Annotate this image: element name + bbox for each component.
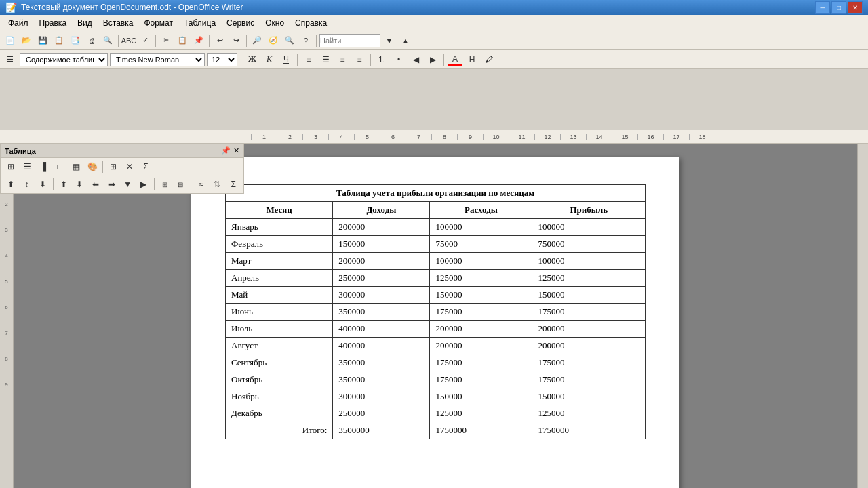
num-cell-0-2[interactable]: 100000 (430, 219, 532, 236)
month-cell-7[interactable]: Август (226, 338, 333, 354)
num-cell-6-2[interactable]: 200000 (430, 321, 532, 338)
maximize-button[interactable]: □ (831, 1, 846, 14)
num-cell-3-3[interactable]: 125000 (532, 270, 646, 287)
month-cell-4[interactable]: Май (226, 287, 333, 304)
num-cell-5-2[interactable]: 175000 (430, 304, 532, 321)
menu-edit[interactable]: Правка (34, 17, 73, 29)
align-center-button[interactable]: ☰ (318, 53, 333, 66)
num-cell-6-3[interactable]: 200000 (532, 321, 646, 338)
month-cell-0[interactable]: Январь (226, 219, 333, 236)
total-cell-2[interactable]: 1750000 (532, 422, 646, 439)
num-cell-9-2[interactable]: 175000 (430, 371, 532, 388)
num-cell-8-1[interactable]: 350000 (333, 354, 430, 371)
numbered-list-button[interactable]: 1. (374, 53, 389, 66)
month-cell-1[interactable]: Февраль (226, 236, 333, 253)
total-cell-1[interactable]: 1750000 (430, 422, 532, 439)
menu-table[interactable]: Таблица (178, 17, 221, 29)
num-cell-9-3[interactable]: 175000 (532, 371, 646, 388)
highlight-button[interactable]: H (465, 53, 479, 66)
copy-button[interactable]: 📋 (175, 33, 190, 48)
insert-rows-above-button[interactable]: ⬆ (56, 178, 71, 191)
border-style-button[interactable]: ▦ (68, 160, 83, 174)
month-cell-3[interactable]: Апрель (226, 270, 333, 287)
num-cell-5-1[interactable]: 350000 (333, 304, 430, 321)
month-cell-9[interactable]: Октябрь (226, 371, 333, 388)
num-cell-11-1[interactable]: 250000 (333, 405, 430, 422)
char-bg-button[interactable]: 🖍 (481, 53, 496, 66)
open-button[interactable]: 📂 (19, 33, 34, 48)
zoom-button[interactable]: 🔍 (282, 33, 297, 48)
num-cell-3-1[interactable]: 250000 (333, 270, 430, 287)
cut-button[interactable]: ✂ (159, 33, 174, 48)
bold-button[interactable]: Ж (245, 53, 260, 66)
num-cell-8-3[interactable]: 175000 (532, 354, 646, 371)
align-left-button[interactable]: ≡ (301, 53, 316, 66)
menu-window[interactable]: Окно (260, 17, 290, 29)
num-cell-4-3[interactable]: 150000 (532, 287, 646, 304)
style-dropdown[interactable]: Содержимое таблице (20, 53, 108, 66)
num-cell-8-2[interactable]: 175000 (430, 354, 532, 371)
panel-close-button[interactable]: ✕ (233, 146, 239, 155)
underline-button[interactable]: Ч (279, 53, 294, 66)
num-cell-2-3[interactable]: 100000 (532, 253, 646, 270)
num-cell-3-2[interactable]: 125000 (430, 270, 532, 287)
month-cell-5[interactable]: Июнь (226, 304, 333, 321)
num-cell-7-3[interactable]: 200000 (532, 338, 646, 354)
month-cell-11[interactable]: Декабрь (226, 405, 333, 422)
paste-button[interactable]: 📌 (191, 33, 206, 48)
align-right-button[interactable]: ≡ (335, 53, 350, 66)
redo-button[interactable]: ↪ (229, 33, 243, 48)
print-button[interactable]: 🖨 (84, 33, 99, 48)
num-cell-11-3[interactable]: 125000 (532, 405, 646, 422)
table-props-button[interactable]: ⊞ (3, 160, 18, 174)
num-cell-4-2[interactable]: 150000 (430, 287, 532, 304)
size-dropdown[interactable]: 12 (207, 53, 237, 66)
document-area[interactable]: Таблица учета прибыли организации по мес… (14, 144, 857, 488)
num-cell-0-1[interactable]: 200000 (333, 219, 430, 236)
new-button[interactable]: 📄 (3, 33, 18, 48)
italic-button[interactable]: К (262, 53, 277, 66)
menu-tools[interactable]: Сервис (221, 17, 260, 29)
insert-rows-below-button[interactable]: ⬇ (73, 178, 87, 191)
num-cell-2-2[interactable]: 100000 (430, 253, 532, 270)
sort-button[interactable]: ⇅ (210, 178, 225, 191)
menu-format[interactable]: Формат (138, 17, 178, 29)
sum-button[interactable]: Σ (226, 178, 241, 191)
month-cell-8[interactable]: Сентябрь (226, 354, 333, 371)
col-props-button[interactable]: ▐ (36, 160, 51, 174)
panel-pin-button[interactable]: 📌 (221, 146, 231, 155)
num-cell-4-1[interactable]: 300000 (333, 287, 430, 304)
find-input[interactable] (319, 34, 380, 47)
cell-bottom-button[interactable]: ⬇ (35, 178, 50, 191)
menu-file[interactable]: Файл (3, 17, 34, 29)
num-cell-2-1[interactable]: 200000 (333, 253, 430, 270)
right-scrollbar[interactable] (857, 144, 868, 488)
close-button[interactable]: ✕ (848, 1, 863, 14)
table-calc-button[interactable]: Σ (138, 160, 153, 174)
insert-table-button[interactable]: ⊞ (106, 160, 121, 174)
unmerge-cells-button[interactable]: ⊟ (173, 178, 188, 191)
select-row-button[interactable]: ▶ (136, 178, 151, 191)
month-cell-10[interactable]: Ноябрь (226, 388, 333, 405)
num-cell-1-1[interactable]: 150000 (333, 236, 430, 253)
num-cell-10-3[interactable]: 150000 (532, 388, 646, 405)
num-cell-1-3[interactable]: 750000 (532, 236, 646, 253)
num-cell-7-2[interactable]: 200000 (430, 338, 532, 354)
save-button[interactable]: 💾 (35, 33, 50, 48)
bullet-list-button[interactable]: • (391, 53, 406, 66)
align-justify-button[interactable]: ≡ (352, 53, 367, 66)
num-cell-7-1[interactable]: 400000 (333, 338, 430, 354)
merge-cells-button[interactable]: ⊞ (157, 178, 172, 191)
help-button[interactable]: ? (298, 33, 313, 48)
find-next-button[interactable]: ▼ (382, 33, 397, 48)
font-color-button[interactable]: A (448, 53, 462, 66)
increase-indent-button[interactable]: ▶ (425, 53, 440, 66)
print-preview-button[interactable]: 🔍 (100, 33, 115, 48)
num-cell-5-3[interactable]: 175000 (532, 304, 646, 321)
bg-color-button[interactable]: 🎨 (85, 160, 100, 174)
undo-button[interactable]: ↩ (212, 33, 227, 48)
menu-help[interactable]: Справка (290, 17, 332, 29)
decrease-indent-button[interactable]: ◀ (408, 53, 423, 66)
total-cell-0[interactable]: 3500000 (333, 422, 430, 439)
menu-view[interactable]: Вид (72, 17, 98, 29)
